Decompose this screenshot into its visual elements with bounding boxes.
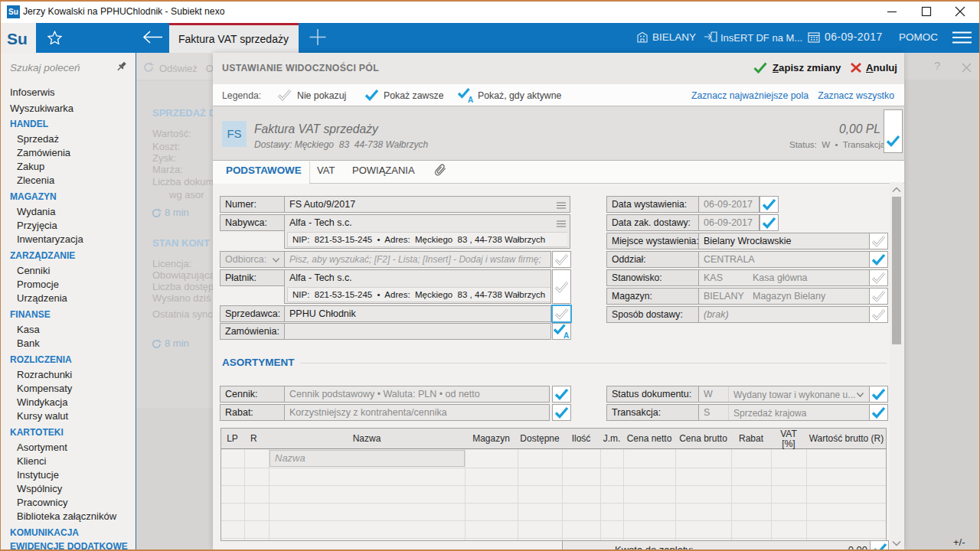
svg-text:A: A (564, 331, 569, 339)
svg-text:A: A (468, 96, 473, 103)
